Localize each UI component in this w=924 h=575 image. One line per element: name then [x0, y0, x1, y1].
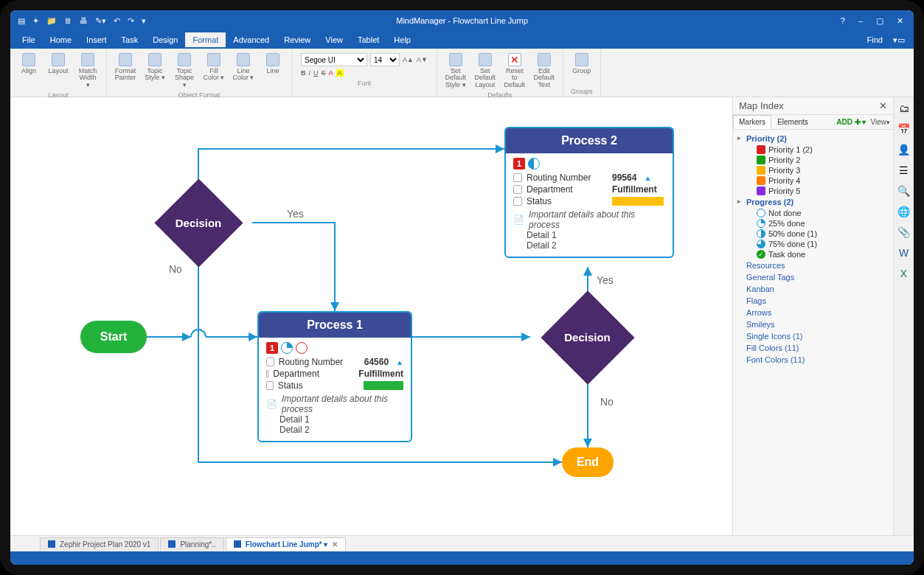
- close-button[interactable]: ✕: [897, 16, 903, 26]
- doc-tab[interactable]: Zephir Project Plan 2020 v1: [40, 537, 159, 551]
- node-decision-2[interactable]: Decision: [534, 302, 641, 372]
- line-color-button[interactable]: Line Color ▾: [231, 52, 256, 83]
- qa-open-icon[interactable]: 📁: [46, 16, 57, 26]
- group-kanban[interactable]: Kanban: [736, 283, 890, 295]
- tab-file[interactable]: File: [15, 32, 43, 47]
- align-button[interactable]: Align: [16, 52, 41, 76]
- reset-to-default-button[interactable]: ✕Reset to Default: [502, 52, 527, 90]
- tab-insert[interactable]: Insert: [79, 32, 114, 47]
- edit-default-text-button[interactable]: Edit Default Text: [532, 52, 557, 90]
- progress-item[interactable]: 25% done: [736, 218, 890, 229]
- task-pane-icon[interactable]: 🗂: [897, 102, 911, 115]
- qa-undo-icon[interactable]: ↶: [114, 16, 120, 26]
- tab-tablet[interactable]: Tablet: [350, 32, 386, 47]
- group-flags[interactable]: Flags: [736, 295, 890, 307]
- set-default-layout-button[interactable]: Set Default Layout: [473, 52, 498, 90]
- priority-item[interactable]: Priority 2: [736, 155, 890, 165]
- topic-shape-button[interactable]: Topic Shape ▾: [172, 52, 197, 90]
- progress-item[interactable]: Task done: [736, 249, 890, 259]
- bold-button[interactable]: B: [301, 69, 306, 77]
- topic-style-button[interactable]: Topic Style ▾: [142, 52, 167, 83]
- group-button[interactable]: Group: [569, 52, 594, 76]
- priority-item[interactable]: Priority 3: [736, 165, 890, 175]
- panel-view-button[interactable]: View: [871, 118, 887, 126]
- group-font-colors[interactable]: Font Colors (11): [736, 354, 890, 366]
- collapse-ribbon-icon[interactable]: ▾▭: [893, 35, 905, 45]
- qa-save-icon[interactable]: ✦: [32, 16, 39, 26]
- font-size-select[interactable]: 14: [370, 53, 400, 66]
- fill-color-button[interactable]: Fill Color ▾: [201, 52, 226, 83]
- tab-home[interactable]: Home: [43, 32, 79, 47]
- italic-button[interactable]: I: [309, 69, 311, 77]
- line-button[interactable]: Line: [260, 52, 285, 76]
- layout-button[interactable]: Layout: [46, 52, 71, 76]
- panel-close-icon[interactable]: ✕: [879, 100, 887, 111]
- priority-item[interactable]: Priority 5: [736, 186, 890, 196]
- group-arrows[interactable]: Arrows: [736, 307, 890, 318]
- qa-file-icon[interactable]: ▤: [18, 16, 25, 26]
- end-label: End: [577, 456, 599, 469]
- highlight-button[interactable]: A: [336, 69, 344, 77]
- priority-item[interactable]: Priority 4: [736, 175, 890, 186]
- doc-tab-active[interactable]: Flowchart Line Jump* ▾✕: [226, 537, 347, 551]
- qa-new-icon[interactable]: 🗎: [64, 16, 72, 25]
- format-painter-button[interactable]: Format Painter: [113, 52, 138, 83]
- progress-item[interactable]: 50% done (1): [736, 229, 890, 239]
- match-width-button[interactable]: Match Width ▾: [75, 52, 100, 90]
- qa-more-icon[interactable]: ▾: [142, 16, 146, 26]
- group-general-tags[interactable]: General Tags: [736, 271, 890, 283]
- strike-button[interactable]: S: [322, 69, 326, 77]
- grow-font-button[interactable]: A▲: [403, 56, 414, 63]
- set-default-style-button[interactable]: Set Default Style ▾: [443, 52, 468, 90]
- attachments-icon[interactable]: 📎: [897, 226, 911, 239]
- minimize-button[interactable]: –: [858, 16, 863, 26]
- qa-redo-icon[interactable]: ↷: [128, 16, 134, 26]
- find-link[interactable]: Find: [867, 35, 883, 44]
- node-end[interactable]: End: [562, 447, 614, 477]
- progress-item[interactable]: 75% done (1): [736, 239, 890, 249]
- priority-item[interactable]: Priority 1 (2): [736, 144, 890, 155]
- group-smileys[interactable]: Smileys: [736, 318, 890, 330]
- panel-add-button[interactable]: ADD ✚ ▾: [836, 118, 866, 126]
- font-family-select[interactable]: Segoe UI: [301, 53, 367, 66]
- tab-advanced[interactable]: Advanced: [226, 32, 277, 47]
- tab-review[interactable]: Review: [277, 32, 318, 47]
- panel-tab-elements[interactable]: Elements: [771, 115, 814, 129]
- shrink-font-button[interactable]: A▼: [417, 56, 428, 63]
- search-pane-icon[interactable]: 🔍: [897, 184, 911, 198]
- contacts-icon[interactable]: 👤: [897, 143, 911, 156]
- tab-format[interactable]: Format: [185, 32, 226, 47]
- help-icon[interactable]: ?: [841, 16, 845, 26]
- node-start[interactable]: Start: [80, 321, 147, 353]
- qa-pen-icon[interactable]: ✎▾: [95, 16, 106, 26]
- qa-print-icon[interactable]: 🖶: [80, 16, 88, 25]
- collapse-icon[interactable]: ▲: [644, 174, 651, 182]
- status-badge-yellow: [612, 197, 664, 206]
- close-tab-icon[interactable]: ✕: [332, 540, 338, 548]
- group-priority[interactable]: Priority (2): [736, 133, 890, 144]
- restore-button[interactable]: ▢: [876, 16, 883, 26]
- progress-item[interactable]: Not done: [736, 208, 890, 218]
- calendar-icon[interactable]: 📅: [897, 122, 911, 136]
- node-process-2[interactable]: Process 2 Routing Number99564▲ Departmen…: [504, 127, 674, 258]
- node-process-1[interactable]: Process 1 Routing Number64560▲ Departmen…: [257, 311, 412, 442]
- tab-task[interactable]: Task: [114, 32, 146, 47]
- tab-design[interactable]: Design: [145, 32, 185, 47]
- canvas[interactable]: Start Decision Yes No Process 1: [10, 97, 732, 535]
- doc-tab[interactable]: Planning*..: [160, 537, 223, 551]
- excel-icon[interactable]: X: [897, 267, 911, 280]
- group-single-icons[interactable]: Single Icons (1): [736, 330, 890, 342]
- font-color-button[interactable]: A: [329, 69, 333, 77]
- tab-view[interactable]: View: [318, 32, 350, 47]
- browser-icon[interactable]: 🌐: [897, 205, 911, 218]
- collapse-icon[interactable]: ▲: [396, 358, 403, 366]
- tab-help[interactable]: Help: [386, 32, 418, 47]
- outline-icon[interactable]: ☰: [897, 164, 911, 177]
- node-decision-1[interactable]: Decision: [150, 186, 246, 259]
- group-fill-colors[interactable]: Fill Colors (11): [736, 342, 890, 354]
- group-progress[interactable]: Progress (2): [736, 196, 890, 208]
- word-icon[interactable]: W: [897, 246, 911, 259]
- panel-tab-markers[interactable]: Markers: [733, 115, 771, 129]
- group-resources[interactable]: Resources: [736, 259, 890, 271]
- underline-button[interactable]: U: [313, 69, 319, 77]
